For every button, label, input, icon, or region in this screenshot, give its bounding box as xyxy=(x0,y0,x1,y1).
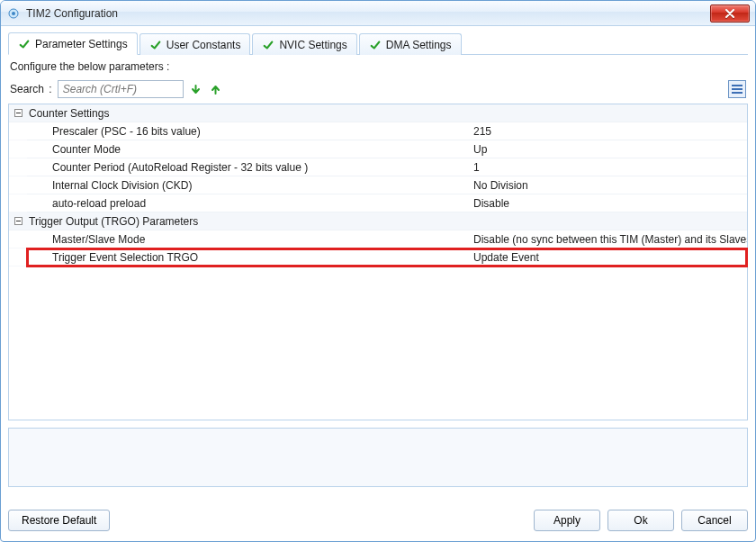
property-value[interactable]: No Division xyxy=(468,176,747,194)
property-value[interactable]: Disable xyxy=(468,194,747,212)
cancel-button[interactable]: Cancel xyxy=(681,510,748,531)
close-icon xyxy=(724,9,735,18)
tab-label: DMA Settings xyxy=(386,39,452,51)
svg-rect-2 xyxy=(732,85,742,86)
search-prev-button[interactable] xyxy=(209,82,223,96)
property-value[interactable]: Up xyxy=(468,140,747,158)
apply-button[interactable]: Apply xyxy=(534,510,600,531)
tab-label: NVIC Settings xyxy=(279,39,346,51)
tab-user-constants[interactable]: User Constants xyxy=(140,33,251,55)
tab-label: User Constants xyxy=(166,39,241,51)
list-view-icon xyxy=(731,83,743,95)
search-next-button[interactable] xyxy=(189,82,203,96)
svg-point-1 xyxy=(12,12,15,15)
arrow-up-green-icon xyxy=(210,84,221,95)
minus-box-icon[interactable] xyxy=(9,212,27,230)
minus-box-icon[interactable] xyxy=(9,104,27,122)
property-label: Prescaler (PSC - 16 bits value) xyxy=(27,122,468,140)
gear-icon xyxy=(6,6,21,21)
search-label: Search : xyxy=(10,83,52,95)
check-icon xyxy=(149,39,162,51)
property-row-highlighted[interactable]: Trigger Event Selection TRGO Update Even… xyxy=(9,248,747,266)
property-label: Internal Clock Division (CKD) xyxy=(27,176,468,194)
restore-default-button[interactable]: Restore Default xyxy=(8,510,110,531)
property-label: Counter Period (AutoReload Register - 32… xyxy=(27,158,468,176)
check-icon xyxy=(18,38,31,50)
button-bar: Restore Default Apply Ok Cancel xyxy=(8,500,748,534)
close-button[interactable] xyxy=(710,5,750,23)
check-icon xyxy=(369,39,382,51)
property-row[interactable]: Counter Period (AutoReload Register - 32… xyxy=(9,158,747,176)
property-value[interactable]: Disable (no sync between this TIM (Maste… xyxy=(468,230,747,248)
property-value[interactable]: Update Event xyxy=(468,248,747,266)
search-row: Search : xyxy=(8,80,748,104)
property-row[interactable]: Counter Mode Up xyxy=(9,140,747,158)
property-row[interactable]: auto-reload preload Disable xyxy=(9,194,747,212)
property-label: auto-reload preload xyxy=(27,194,468,212)
property-value[interactable]: 1 xyxy=(468,158,747,176)
group-label: Trigger Output (TRGO) Parameters xyxy=(27,212,468,230)
tab-bar: Parameter Settings User Constants NVIC S… xyxy=(8,32,748,55)
property-grid: Counter Settings Prescaler (PSC - 16 bit… xyxy=(8,104,748,420)
property-row[interactable]: Master/Slave Mode Disable (no sync betwe… xyxy=(9,230,747,248)
tab-label: Parameter Settings xyxy=(35,38,128,50)
svg-rect-4 xyxy=(732,92,742,94)
property-row[interactable]: Internal Clock Division (CKD) No Divisio… xyxy=(9,176,747,194)
svg-rect-3 xyxy=(732,88,742,90)
tab-dma-settings[interactable]: DMA Settings xyxy=(359,33,462,55)
group-trgo-parameters[interactable]: Trigger Output (TRGO) Parameters xyxy=(9,212,747,230)
ok-button[interactable]: Ok xyxy=(608,510,674,531)
description-panel xyxy=(8,428,748,487)
title-bar: TIM2 Configuration xyxy=(1,1,755,26)
tab-nvic-settings[interactable]: NVIC Settings xyxy=(252,33,356,55)
property-label: Master/Slave Mode xyxy=(27,230,468,248)
instruction-text: Configure the below parameters : xyxy=(8,55,748,80)
window-title: TIM2 Configuration xyxy=(26,7,705,20)
property-label: Trigger Event Selection TRGO xyxy=(27,248,468,266)
dialog-content: Parameter Settings User Constants NVIC S… xyxy=(1,26,755,541)
group-counter-settings[interactable]: Counter Settings xyxy=(9,104,747,122)
group-label: Counter Settings xyxy=(27,104,468,122)
property-label: Counter Mode xyxy=(27,140,468,158)
property-value[interactable]: 215 xyxy=(468,122,747,140)
check-icon xyxy=(262,39,274,51)
dialog-window: TIM2 Configuration Parameter Settings Us… xyxy=(0,0,756,542)
list-view-button[interactable] xyxy=(728,80,746,98)
tab-parameter-settings[interactable]: Parameter Settings xyxy=(8,32,138,55)
arrow-down-green-icon xyxy=(190,84,202,95)
property-row[interactable]: Prescaler (PSC - 16 bits value) 215 xyxy=(9,122,747,140)
search-input[interactable] xyxy=(58,80,184,98)
